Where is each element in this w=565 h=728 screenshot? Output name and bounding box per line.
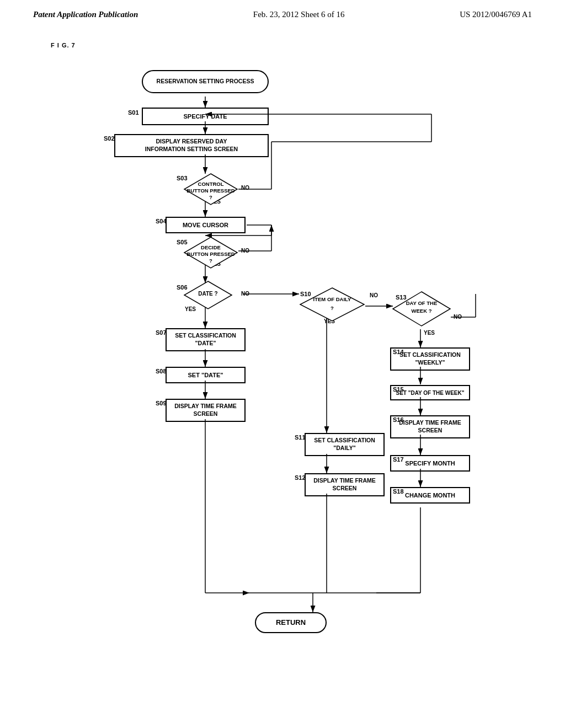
s06-no: NO [241,291,249,297]
svg-text:BUTTON PRESSED: BUTTON PRESSED [186,251,235,257]
node-s04: MOVE CURSOR [166,217,246,233]
diamond-s05: DECIDE BUTTON PRESSED ? [183,236,238,269]
svg-text:BUTTON PRESSED: BUTTON PRESSED [186,188,235,194]
diamond-s10: ITEM OF DAILY ? [299,287,365,323]
svg-text:ITEM OF DAILY: ITEM OF DAILY [313,296,351,302]
page-header: Patent Application Publication Feb. 23, … [0,0,565,25]
label-s12: S12 [295,474,306,481]
label-s07: S07 [156,329,167,336]
s05-no: NO [241,248,249,254]
svg-text:?: ? [331,305,334,311]
node-start: RESERVATION SETTING PROCESS [142,70,269,93]
node-s08: SET "DATE" [166,367,246,383]
svg-text:DAY OF THE: DAY OF THE [406,300,438,306]
svg-text:CONTROL: CONTROL [198,181,224,187]
fig-label: F I G. 7 [51,41,76,49]
label-s01: S01 [128,109,139,116]
label-s09: S09 [156,400,167,406]
node-s18: CHANGE MONTH [390,487,470,504]
diagram-area: F I G. 7 [34,36,531,676]
s13-yes: YES [424,330,435,336]
diamond-s13: DAY OF THE WEEK ? [392,291,451,327]
s03-no: NO [241,185,249,191]
node-s11: SET CLASSIFICATION "DAILY" [305,433,385,456]
node-s12: DISPLAY TIME FRAME SCREEN [305,473,385,496]
diamond-s03: CONTROL BUTTON PRESSED ? [183,173,238,206]
node-s02: DISPLAY RESERVED DAY INFORMATION SETTING… [114,134,269,157]
svg-text:DECIDE: DECIDE [201,244,221,250]
svg-text:DATE ?: DATE ? [198,291,217,297]
label-s08: S08 [156,368,167,374]
svg-marker-48 [300,288,364,321]
node-s15: SET "DAY OF THE WEEK" [390,385,470,400]
diamond-s06: DATE ? [183,280,233,311]
svg-text:?: ? [209,258,212,264]
node-s17: SPECIFY MONTH [390,455,470,472]
node-s14: SET CLASSIFICATION "WEEKLY" [390,347,470,371]
node-s16: DISPLAY TIME FRAME SCREEN [390,415,470,438]
svg-text:?: ? [209,194,212,200]
label-s11: S11 [295,434,306,441]
node-s09: DISPLAY TIME FRAME SCREEN [166,399,246,422]
label-s02: S02 [104,135,115,142]
label-s04: S04 [156,218,167,224]
header-date-sheet: Feb. 23, 2012 Sheet 6 of 16 [253,10,345,19]
header-publication: Patent Application Publication [33,10,138,19]
s13-no: NO [454,314,462,320]
header-patent-number: US 2012/0046769 A1 [460,10,532,19]
svg-text:WEEK ?: WEEK ? [412,308,432,314]
s10-no: NO [370,292,378,298]
node-end: RETURN [255,612,327,633]
node-s01: SPECIFY DATE [142,108,269,125]
node-s07: SET CLASSIFICATION "DATE" [166,328,246,351]
